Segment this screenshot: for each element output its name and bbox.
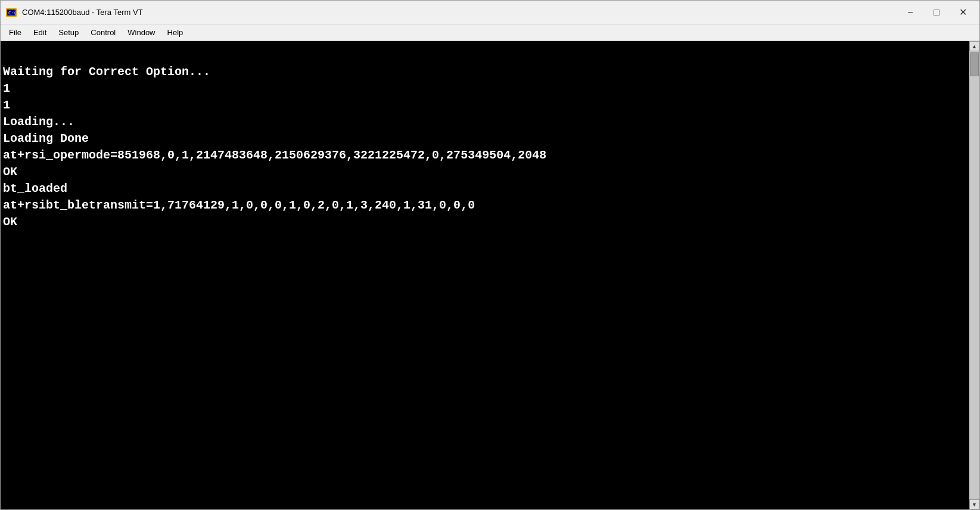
terminal-wrapper: Waiting for Correct Option... 1 1 Loadin…: [1, 41, 979, 509]
scrollbar: ▲ ▼: [969, 41, 979, 509]
scroll-thumb[interactable]: [970, 52, 979, 76]
menu-bar: File Edit Setup Control Window Help: [1, 24, 979, 41]
title-bar: C:\ COM4:115200baud - Tera Term VT − □ ✕: [1, 1, 979, 24]
minimize-button[interactable]: −: [898, 4, 922, 21]
menu-help[interactable]: Help: [161, 27, 189, 38]
scroll-down-button[interactable]: ▼: [969, 499, 979, 509]
menu-window[interactable]: Window: [122, 27, 161, 38]
close-button[interactable]: ✕: [951, 4, 975, 21]
terminal-output[interactable]: Waiting for Correct Option... 1 1 Loadin…: [1, 41, 969, 509]
title-bar-left: C:\ COM4:115200baud - Tera Term VT: [5, 7, 143, 18]
svg-text:C:\: C:\: [8, 11, 16, 15]
scroll-track[interactable]: [969, 51, 979, 499]
menu-file[interactable]: File: [3, 27, 27, 38]
maximize-button[interactable]: □: [925, 4, 948, 21]
window-controls: − □ ✕: [898, 4, 975, 21]
menu-setup[interactable]: Setup: [52, 27, 85, 38]
app-icon: C:\: [5, 7, 17, 18]
menu-edit[interactable]: Edit: [27, 27, 52, 38]
menu-control[interactable]: Control: [85, 27, 122, 38]
scroll-up-button[interactable]: ▲: [969, 41, 979, 51]
window-title: COM4:115200baud - Tera Term VT: [22, 8, 143, 17]
main-window: C:\ COM4:115200baud - Tera Term VT − □ ✕…: [0, 0, 980, 510]
